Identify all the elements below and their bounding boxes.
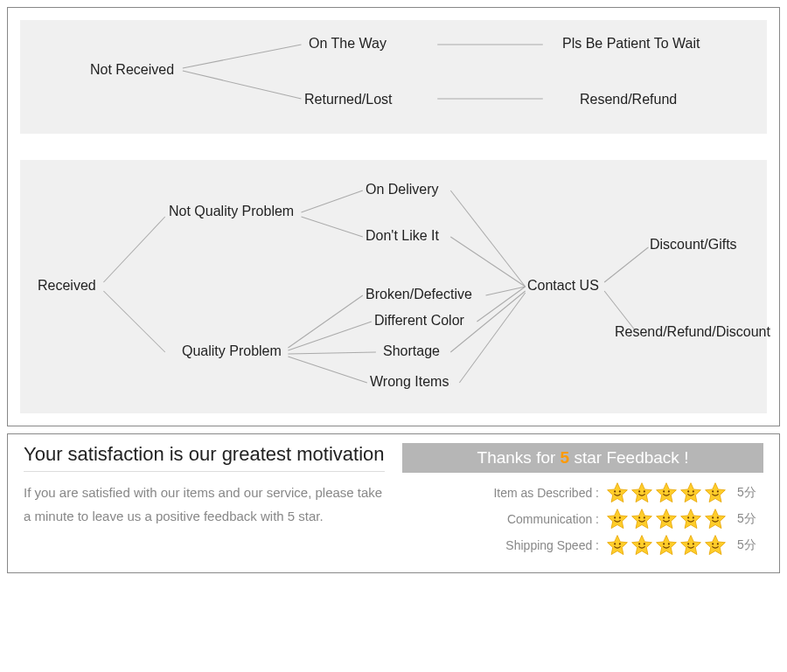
svg-point-42: [638, 543, 640, 544]
svg-point-26: [687, 490, 689, 492]
svg-point-44: [663, 543, 665, 544]
star-icon: [655, 534, 678, 557]
rating-label: Shipping Speed :: [468, 538, 599, 552]
node-received: Received: [38, 278, 96, 294]
svg-point-28: [712, 490, 714, 492]
rating-row: Communication :5分: [402, 508, 763, 530]
svg-point-37: [693, 516, 694, 518]
svg-point-45: [668, 543, 670, 544]
rating-label: Item as Described :: [468, 486, 599, 500]
svg-point-38: [712, 516, 714, 518]
node-discount-gifts: Discount/Gifts: [650, 237, 737, 253]
node-different-color: Different Color: [374, 313, 464, 329]
node-dont-like-it: Don't Like It: [366, 228, 439, 244]
star-icon: [606, 481, 629, 504]
node-on-the-way: On The Way: [309, 36, 387, 52]
node-resend-refund: Resend/Refund: [580, 92, 677, 107]
svg-line-11: [288, 357, 366, 383]
star-icon: [655, 508, 678, 530]
svg-point-39: [717, 516, 719, 518]
star-icon: [655, 481, 678, 504]
star-icon: [679, 508, 702, 530]
svg-line-9: [288, 322, 371, 350]
thanks-prefix: Thanks for: [477, 448, 561, 467]
svg-point-22: [638, 490, 640, 492]
svg-point-34: [663, 516, 665, 518]
svg-line-5: [103, 291, 164, 352]
svg-point-30: [614, 516, 616, 518]
svg-point-43: [644, 543, 645, 544]
svg-point-27: [693, 490, 694, 492]
svg-line-14: [485, 287, 525, 295]
svg-point-32: [638, 516, 640, 518]
svg-point-23: [644, 490, 645, 492]
thanks-bar: Thanks for 5 star Feedback !: [402, 443, 763, 473]
svg-point-33: [644, 516, 645, 518]
feedback-body: If you are satisfied with our items and …: [24, 481, 385, 528]
ratings-list: Item as Described :5分Communication :5分Sh…: [402, 481, 763, 557]
rating-label: Communication :: [468, 512, 599, 526]
rating-stars: [606, 481, 727, 504]
node-pls-wait: Pls Be Patient To Wait: [562, 36, 700, 52]
svg-line-4: [103, 217, 164, 282]
star-icon: [704, 534, 727, 557]
rating-row: Shipping Speed :5分: [402, 534, 763, 557]
node-shortage: Shortage: [383, 343, 440, 359]
svg-point-47: [693, 543, 694, 544]
rating-stars: [606, 508, 727, 530]
not-received-panel: Not Received On The Way Returned/Lost Pl…: [20, 20, 767, 134]
svg-point-48: [712, 543, 714, 544]
svg-point-41: [619, 543, 621, 544]
svg-line-6: [302, 191, 363, 212]
star-icon: [630, 534, 653, 557]
feedback-box: Your satisfaction is our greatest motiva…: [7, 433, 780, 573]
svg-line-13: [450, 237, 525, 287]
thanks-five: 5: [561, 448, 570, 467]
star-icon: [679, 534, 702, 557]
rating-row: Item as Described :5分: [402, 481, 763, 504]
star-icon: [704, 481, 727, 504]
svg-point-49: [717, 543, 719, 544]
svg-line-0: [183, 45, 302, 68]
star-icon: [606, 534, 629, 557]
node-on-delivery: On Delivery: [366, 182, 439, 197]
rating-score: 5分: [737, 485, 763, 501]
svg-line-10: [288, 352, 375, 354]
star-icon: [630, 481, 653, 504]
svg-point-20: [614, 490, 616, 492]
rating-stars: [606, 534, 727, 557]
svg-line-17: [459, 293, 525, 383]
svg-line-8: [288, 295, 362, 348]
rating-score: 5分: [737, 511, 763, 527]
svg-line-12: [450, 191, 525, 287]
node-returned-lost: Returned/Lost: [304, 92, 393, 107]
svg-point-35: [668, 516, 670, 518]
node-contact-us: Contact US: [527, 278, 599, 294]
star-icon: [679, 481, 702, 504]
svg-point-21: [619, 490, 621, 492]
feedback-title: Your satisfaction is our greatest motiva…: [24, 443, 385, 472]
svg-point-36: [687, 516, 689, 518]
star-icon: [630, 508, 653, 530]
star-icon: [606, 508, 629, 530]
svg-point-25: [668, 490, 670, 492]
received-panel: Received Not Quality Problem Quality Pro…: [20, 160, 767, 413]
svg-point-40: [614, 543, 616, 544]
svg-point-46: [687, 543, 689, 544]
node-resend-refund-discount: Resend/Refund/Discount: [615, 324, 770, 340]
node-broken-defective: Broken/Defective: [366, 287, 472, 302]
node-not-quality-problem: Not Quality Problem: [169, 204, 294, 219]
node-wrong-items: Wrong Items: [370, 374, 449, 390]
star-icon: [704, 508, 727, 530]
flow-diagram-box: Not Received On The Way Returned/Lost Pl…: [7, 7, 780, 426]
svg-line-7: [302, 217, 363, 237]
node-not-received: Not Received: [90, 62, 174, 78]
rating-score: 5分: [737, 537, 763, 553]
node-quality-problem: Quality Problem: [182, 343, 282, 359]
svg-point-24: [663, 490, 665, 492]
svg-point-29: [717, 490, 719, 492]
svg-point-31: [619, 516, 621, 518]
svg-line-1: [183, 71, 302, 99]
svg-line-18: [604, 247, 648, 282]
svg-line-15: [477, 287, 525, 322]
